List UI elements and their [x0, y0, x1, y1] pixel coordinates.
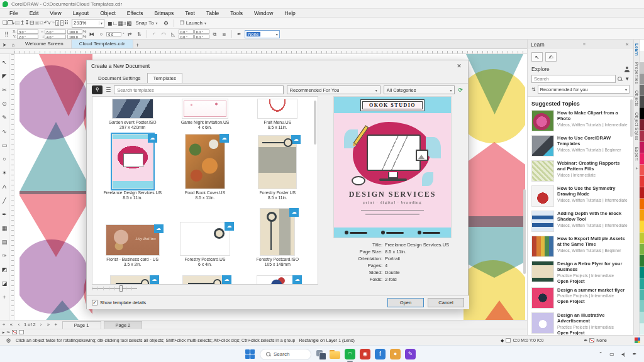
import-icon[interactable]: ↓: [55, 20, 59, 26]
cloud-download-icon[interactable]: ↧: [25, 19, 30, 26]
swatch-white[interactable]: [19, 330, 24, 334]
slider-handle[interactable]: [119, 285, 123, 292]
taskbar-search[interactable]: Search: [260, 349, 311, 360]
learn-topic[interactable]: Webinar: Creating Rapports and Pattern F…: [531, 160, 628, 182]
thumbnail-size-slider[interactable]: [92, 285, 161, 292]
document-color-settings-icon[interactable]: [635, 337, 640, 343]
learn-topic[interactable]: Adding Depth with the Block Shadow Tool …: [531, 211, 628, 232]
color-swatch[interactable]: [640, 199, 644, 210]
object-height-field[interactable]: 4.0 ": [45, 35, 66, 39]
object-y-field[interactable]: 2.0 ": [17, 35, 38, 39]
start-button[interactable]: [245, 349, 255, 359]
palette-eyedropper-icon[interactable]: ✑: [7, 330, 11, 335]
artistic-media-tool-icon[interactable]: ∿: [1, 124, 9, 138]
dialog-tab[interactable]: Templates: [147, 73, 182, 83]
docker-tab[interactable]: Learn: [635, 43, 639, 56]
color-swatch[interactable]: [640, 153, 644, 165]
learn-search-input[interactable]: [531, 75, 616, 83]
color-swatch[interactable]: [640, 142, 644, 153]
show-template-details-checkbox[interactable]: ✓: [92, 300, 97, 305]
docker-tab[interactable]: Object Styles: [635, 112, 639, 141]
snap-to-dropdown[interactable]: Snap To▾: [132, 19, 160, 28]
canvas-shape[interactable]: [19, 239, 89, 314]
menu-item[interactable]: Object: [94, 10, 121, 16]
mesh-fill-tool-icon[interactable]: ▤: [1, 235, 9, 249]
photo-paint-icon[interactable]: ◉: [360, 349, 370, 359]
open-project-link[interactable]: Open Project: [557, 331, 628, 335]
corner-radius-bl-field[interactable]: 0.0 ": [179, 35, 194, 39]
menu-item[interactable]: File: [4, 10, 24, 16]
canvas-shape[interactable]: [464, 142, 525, 227]
object-origin-icon[interactable]: ⣿: [3, 30, 11, 38]
document-tab[interactable]: Welcome Screen: [18, 40, 72, 48]
sync-icon[interactable]: ⟳: [458, 87, 463, 93]
next-page-button[interactable]: ›: [37, 322, 45, 327]
coreldraw-taskbar-icon[interactable]: ◠: [345, 349, 355, 359]
close-icon[interactable]: ✕: [455, 63, 464, 69]
pen-tool-icon[interactable]: ✒: [1, 207, 9, 221]
open-project-link[interactable]: Open Project: [557, 279, 628, 283]
template-card[interactable]: ☁: [169, 268, 241, 285]
whats-this-pointer-icon[interactable]: ↖: [531, 52, 543, 62]
lock-icon[interactable]: ⧈: [220, 30, 228, 38]
crop-tool-icon[interactable]: ✂: [1, 83, 9, 97]
add-page-button-end[interactable]: +: [52, 322, 60, 327]
menu-item[interactable]: View: [44, 10, 67, 16]
volume-icon[interactable]: ◂): [620, 351, 626, 357]
outline-width-combo[interactable]: None ▾: [245, 30, 280, 38]
template-card[interactable]: ☁ Freelance Design Services.US 8.5 x 11i…: [96, 131, 169, 201]
categories-filter-combo[interactable]: All Categories▾: [384, 85, 455, 94]
template-search-input[interactable]: [114, 85, 283, 94]
home-icon[interactable]: ⌂: [9, 42, 18, 48]
corner-radius-tr-field[interactable]: 0.0 ": [194, 30, 209, 34]
new-document-tab-button[interactable]: +: [133, 42, 142, 48]
swatch-no-color[interactable]: [12, 330, 17, 334]
color-swatch[interactable]: [640, 278, 644, 290]
template-card[interactable]: ☁ Garden event Poster.ISO 297 x 420mm: [96, 97, 169, 131]
learn-topic[interactable]: How to Use the Symmetry Drawing Mode Vid…: [531, 185, 628, 207]
scale-x-field[interactable]: 100.0: [67, 30, 82, 34]
color-swatch[interactable]: [640, 40, 644, 51]
eyedropper-tool-icon[interactable]: ✑: [1, 249, 9, 263]
template-card[interactable]: ☁ Forestry Poster.US 8.5 x 11in.: [242, 131, 314, 201]
lock-ratio-icon[interactable]: ⧓: [87, 30, 96, 38]
docker-tab[interactable]: Export: [635, 147, 639, 161]
first-page-button[interactable]: «: [8, 322, 15, 327]
redo-icon[interactable]: ↷: [50, 19, 55, 26]
new-document-icon[interactable]: ❏: [3, 19, 8, 26]
docker-tab[interactable]: Properties: [635, 62, 639, 84]
ruler-corner[interactable]: [0, 49, 14, 53]
cancel-button[interactable]: Cancel: [428, 298, 464, 307]
text-tool-icon[interactable]: A: [1, 180, 9, 194]
object-x-field[interactable]: 3.0 ": [17, 30, 38, 34]
docker-tab[interactable]: +: [635, 167, 639, 170]
aftershot-app-icon[interactable]: ✎: [405, 349, 416, 359]
smart-fill-tool-icon[interactable]: ◪: [1, 277, 9, 290]
corner-radius-tl-field[interactable]: 0.0 ": [179, 30, 194, 34]
open-button[interactable]: Open: [387, 298, 424, 307]
document-tab[interactable]: Cloud Templates.cdr: [72, 40, 133, 48]
learn-topic[interactable]: Design an illustrative Advertisement Pra…: [531, 312, 628, 335]
polygon-tool-icon[interactable]: ✶: [1, 166, 9, 180]
color-swatch[interactable]: [640, 324, 644, 335]
horizontal-ruler[interactable]: [14, 49, 527, 53]
color-swatch[interactable]: [640, 51, 644, 62]
zoom-level-combo[interactable]: 293% ▾: [72, 19, 104, 28]
learn-sort-combo[interactable]: Recommended for you ▾: [538, 85, 630, 94]
canvas-scrollbar[interactable]: [523, 189, 526, 274]
color-swatch[interactable]: [640, 85, 644, 96]
dialog-tab[interactable]: Document Settings: [92, 73, 147, 83]
undo-icon[interactable]: ↶: [43, 19, 48, 26]
shape-tool-icon[interactable]: ◤: [1, 69, 9, 83]
learn-topic[interactable]: How to Use CorelDRAW Templates Videos, W…: [531, 135, 628, 156]
color-swatch[interactable]: [640, 107, 644, 119]
object-width-field[interactable]: 6.0 ": [45, 30, 66, 34]
rectangle-tool-icon[interactable]: ▭: [1, 138, 9, 152]
color-swatch[interactable]: [640, 74, 644, 85]
menu-item[interactable]: Layout: [67, 10, 95, 16]
color-swatch[interactable]: [640, 267, 644, 278]
color-swatch[interactable]: [640, 187, 644, 199]
status-gear-icon[interactable]: ⚙: [4, 336, 13, 345]
color-swatch[interactable]: [640, 210, 644, 221]
filter-list-icon[interactable]: ☰: [106, 87, 111, 93]
